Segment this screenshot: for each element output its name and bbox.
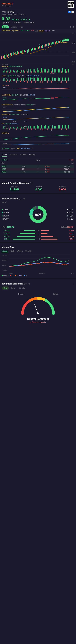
svg-rect-146 (40, 80, 41, 82)
compare-icon[interactable]: ⊞ (70, 26, 71, 28)
main-chart[interactable]: 1.051 0.867 0.682 0.500 (0, 32, 76, 63)
svg-rect-73 (9, 72, 10, 73)
tab-daily[interactable]: Daily (2, 26, 9, 28)
bearish-label: Bearish (18, 293, 24, 295)
svg-rect-99 (45, 68, 46, 72)
flow-xl-out: 191.00 (67, 230, 74, 232)
svg-rect-9 (72, 5, 73, 6)
svg-rect-144 (37, 78, 38, 80)
svg-rect-71 (6, 71, 7, 72)
svg-text:8.88M: 8.88M (30, 78, 33, 79)
svg-rect-150 (45, 78, 46, 80)
donut-label-1625: 16.25% (67, 218, 74, 220)
legend-overall: Overall (2, 275, 8, 276)
svg-rect-82 (21, 70, 22, 72)
ts-tab-day[interactable]: Day (2, 286, 9, 290)
svg-rect-187 (9, 128, 10, 130)
svg-rect-229 (68, 125, 69, 128)
profit-ratio-label: Profit Ratio (10, 186, 19, 188)
flow-row-s: 815.98 S 492.94 (2, 238, 74, 240)
ai-abnormal-chart: 22.81 (2, 96, 74, 103)
tab-divider: | (19, 26, 20, 28)
ts-tab-60min[interactable]: 60 min (17, 286, 27, 290)
svg-text:0.98: 0.98 (3, 87, 6, 88)
copy-icon-2[interactable]: ⧉ (28, 283, 30, 285)
bullish-label: Bullish (53, 293, 58, 295)
svg-rect-55 (56, 41, 57, 44)
trade-bar: Trade Positions Orders History (0, 152, 76, 158)
trade-overview-section: Trade Overview i ⧉ Unit: K 7.92% 12.33% … (0, 196, 76, 242)
market-position-chevron[interactable]: › (73, 182, 74, 184)
de-ft-value: 0.901 (30, 30, 34, 32)
market-position-title-row: Market Position Overview i › (2, 182, 74, 184)
ai-bdl-chart: 4.27M 8.88M -3.40M (2, 77, 74, 84)
trade-tab-trade[interactable]: Trade (2, 154, 7, 156)
tab-time[interactable]: 1m (21, 26, 23, 28)
mpo-stats: Profit Ratio 71.29% Support 0.800 Resist… (2, 186, 74, 191)
svg-rect-143 (35, 80, 36, 83)
legend-dot-m (19, 275, 21, 276)
ts-info-icon[interactable]: i (24, 283, 26, 285)
svg-rect-75 (12, 71, 12, 72)
svg-rect-1 (69, 2, 70, 4)
flow-s-out-bar (41, 239, 58, 240)
bid-label: Bid (2, 162, 4, 164)
trade-tab-orders[interactable]: Orders (20, 154, 26, 156)
dot-1566 (2, 215, 3, 216)
legend-dot-xl (10, 275, 11, 276)
ts-tab-1min[interactable]: 1 min (9, 286, 17, 290)
ts-chevron[interactable]: › (73, 282, 74, 285)
market-position-info[interactable]: i (30, 182, 32, 184)
svg-rect-10 (71, 6, 73, 7)
bid-price-1: 0.920 (2, 165, 16, 167)
copy-icon[interactable]: ⧉ (23, 198, 25, 200)
ts-tabs: Day 1 min 60 min (2, 286, 74, 290)
market-position-section: Market Position Overview i › Profit Rati… (0, 180, 76, 193)
bid-dots-1: (1) (31, 165, 45, 167)
svg-rect-130 (17, 78, 18, 80)
trade-tab-positions[interactable]: Positions (10, 154, 18, 156)
svg-rect-46 (44, 45, 45, 47)
qr-code[interactable] (67, 1, 74, 8)
svg-rect-57 (59, 41, 60, 42)
svg-rect-224 (61, 128, 62, 130)
ask-price-3: 0.960 (45, 171, 60, 173)
mf-tab-monthly[interactable]: Monthly (25, 250, 31, 253)
svg-rect-49 (48, 44, 49, 46)
settings-icon[interactable]: ⚙ (73, 26, 74, 28)
technical-sentiment-section: Technical Sentiment i ⧉ › Day 1 min 60 m… (0, 280, 76, 329)
indicator-name: Tom Demark Sequential 9 (2, 30, 20, 32)
mf-tab-intraday[interactable]: Intraday (2, 250, 8, 253)
flow-xl-in: 240.30 (2, 230, 9, 232)
order-list-icon[interactable]: ≡ (39, 159, 40, 162)
trade-tab-history[interactable]: History (29, 154, 35, 156)
order-row-3: 0.905 5000 (1) 0.960 32K (2) (2, 170, 74, 173)
svg-rect-200 (27, 128, 28, 130)
trade-overview-info[interactable]: i (19, 198, 21, 200)
svg-rect-56 (58, 41, 59, 43)
mf-tab-weekly[interactable]: Weekly (17, 250, 23, 253)
svg-rect-30 (21, 51, 22, 53)
svg-rect-102 (50, 70, 50, 72)
svg-rect-208 (38, 126, 39, 128)
high-low-row: High 0.940 Low 0.875 Volume 3.42M (2, 22, 74, 24)
svg-rect-27 (17, 52, 18, 54)
dot-2689 (2, 218, 3, 220)
mf-tab-daily[interactable]: Daily (11, 250, 15, 253)
divider-3 (0, 193, 76, 194)
tab-icons: ⊞ ⚙ (70, 26, 74, 28)
svg-rect-108 (58, 68, 59, 72)
tab-weekly[interactable]: Weekly (10, 26, 18, 28)
svg-rect-50 (49, 43, 50, 45)
svg-rect-88 (30, 69, 31, 72)
svg-rect-221 (57, 128, 57, 130)
order-table-icon[interactable]: ⊟ (36, 159, 38, 162)
svg-text:-101.98k: -101.98k (50, 72, 55, 74)
resistance-stat: Resistance 1.000 (59, 186, 66, 191)
svg-rect-185 (6, 128, 7, 129)
bid-qty-3: 5000 (16, 171, 31, 173)
ts-title: Technical Sentiment (2, 282, 23, 285)
svg-rect-43 (40, 46, 40, 48)
svg-rect-184 (5, 128, 5, 128)
donut-wrapper: Net Inflow 776.73 (11, 205, 65, 224)
